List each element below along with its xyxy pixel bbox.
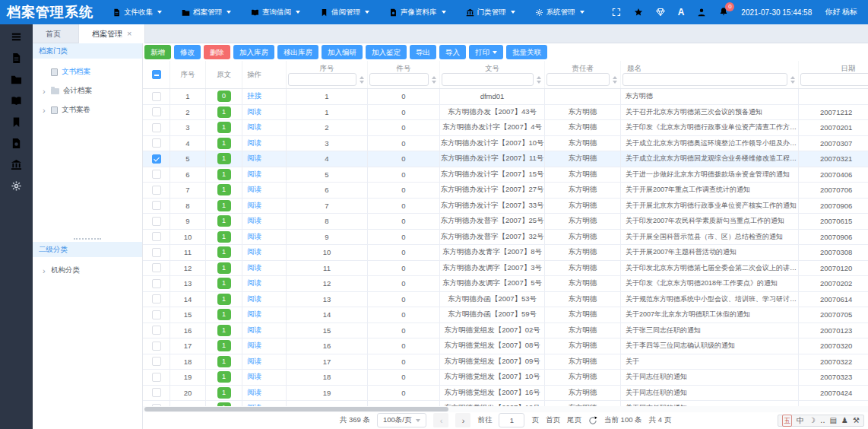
- toolbar-button[interactable]: 新增: [144, 45, 171, 59]
- notifications-bell[interactable]: 0: [719, 7, 728, 17]
- panel-resize-handle[interactable]: [74, 238, 101, 240]
- table-row[interactable]: 12 1 阅读 11 0 东方明德办发调字【2007】3号 东方明德 关于印发北…: [143, 261, 868, 277]
- chinese-mode-icon[interactable]: 中: [797, 415, 804, 426]
- column-filter-input[interactable]: [369, 73, 429, 86]
- font-size-icon[interactable]: A: [678, 7, 685, 17]
- sort-asc-icon[interactable]: [613, 76, 617, 79]
- table-row[interactable]: 10 1 阅读 9 0 东方明德办发普字【2007】32号 东方明德 关于开展全…: [143, 230, 868, 246]
- row-checkbox[interactable]: [152, 232, 161, 241]
- top-menu-item[interactable]: 系统管理: [525, 0, 594, 24]
- operation-link[interactable]: 阅读: [242, 357, 261, 367]
- chevron-right-icon[interactable]: ›: [43, 106, 51, 115]
- table-row[interactable]: 14 1 阅读 13 0 东方明德办函【2007】53号 东方明德 关于规范东方…: [143, 292, 868, 308]
- table-row[interactable]: 4 1 阅读 3 0 东方明德办发计字【2007】10号 东方明德 关于成立北京…: [143, 136, 868, 152]
- operation-link[interactable]: 阅读: [242, 310, 261, 319]
- toolbar-button[interactable]: 修改: [174, 45, 201, 59]
- sort-desc-icon[interactable]: [613, 81, 617, 84]
- last-page-link[interactable]: 尾页: [567, 415, 581, 425]
- operation-link[interactable]: 阅读: [242, 201, 261, 211]
- table-row[interactable]: 2 1 阅读 1 0 东方明德办发【2007】43号 东方明德 关于召开北京东方…: [143, 105, 868, 121]
- row-checkbox[interactable]: [152, 279, 161, 288]
- column-filter-input[interactable]: [800, 73, 868, 86]
- table-row[interactable]: 11 1 阅读 10 0 东方明德办发青字【2007】8号 东方明德 关于开展2…: [143, 245, 868, 261]
- column-filter-input[interactable]: [546, 73, 610, 86]
- bookmark-icon[interactable]: [11, 116, 22, 128]
- table-row[interactable]: 16 1 阅读 15 0 东方明德党组发【2007】02号 东方明德 关于张三同…: [143, 323, 868, 339]
- bank-icon[interactable]: [11, 159, 22, 170]
- toolbar-button[interactable]: 导出: [410, 45, 436, 59]
- media-icon[interactable]: [11, 138, 22, 149]
- row-checkbox[interactable]: [152, 217, 161, 226]
- theme-gem-icon[interactable]: [656, 8, 665, 17]
- chevron-right-icon[interactable]: ›: [43, 87, 51, 96]
- half-width-icon[interactable]: ☽: [809, 415, 816, 426]
- operation-link[interactable]: 阅读: [242, 372, 261, 382]
- scrollbar-thumb[interactable]: [144, 407, 448, 412]
- operation-link[interactable]: 阅读: [242, 216, 261, 226]
- operation-link[interactable]: 阅读: [242, 326, 261, 335]
- tree-item[interactable]: › 文书案卷: [33, 100, 142, 119]
- prev-page-button[interactable]: ‹: [433, 413, 448, 427]
- row-checkbox[interactable]: [152, 201, 161, 210]
- punctuation-icon[interactable]: ‥: [820, 415, 825, 426]
- table-row[interactable]: 13 1 阅读 12 0 东方明德办发调字【2007】5号 东方明德 关于印发《…: [143, 276, 868, 292]
- top-menu-item[interactable]: 声像资料库: [379, 0, 456, 24]
- row-checkbox[interactable]: [152, 170, 161, 179]
- chevron-right-icon[interactable]: ›: [43, 266, 51, 275]
- sort-asc-icon[interactable]: [360, 76, 364, 79]
- refresh-icon[interactable]: [588, 416, 597, 425]
- horizontal-scrollbar[interactable]: [143, 406, 868, 412]
- tools-icon[interactable]: ⚒: [853, 415, 860, 426]
- sort-asc-icon[interactable]: [537, 76, 541, 79]
- operation-link[interactable]: 阅读: [242, 232, 261, 242]
- row-checkbox[interactable]: [152, 373, 161, 382]
- tree-item[interactable]: › 会计档案: [33, 81, 142, 100]
- toolbar-button[interactable]: 导入: [439, 45, 466, 59]
- operation-link[interactable]: 阅读: [242, 388, 261, 398]
- folder-icon[interactable]: [11, 74, 22, 85]
- table-row[interactable]: 8 1 阅读 7 0 东方明德办发计字【2007】33号 东方明德 关于开展北京…: [143, 199, 868, 214]
- tab[interactable]: 档案管理 ×: [79, 24, 145, 43]
- row-checkbox[interactable]: [152, 342, 161, 351]
- page-size-select[interactable]: 100条/页: [377, 413, 427, 427]
- table-row[interactable]: 6 1 阅读 5 0 东方明德办发计字【2007】15号 东方明德 关于进一步做…: [143, 167, 868, 183]
- tree-item[interactable]: 文书档案: [33, 62, 142, 81]
- table-row[interactable]: 3 1 阅读 2 0 东方明德办发计字【2007】4号 东方明德 关于印发《北京…: [143, 120, 868, 136]
- favorites-star-icon[interactable]: [634, 8, 643, 17]
- row-checkbox[interactable]: [152, 248, 161, 257]
- sort-desc-icon[interactable]: [360, 81, 364, 84]
- goto-page-input[interactable]: [499, 413, 524, 427]
- column-filter-input[interactable]: [288, 73, 356, 86]
- operation-link[interactable]: 阅读: [242, 138, 261, 148]
- column-filter-input[interactable]: [622, 73, 787, 86]
- select-all-checkbox[interactable]: [152, 70, 161, 79]
- user-mode-icon[interactable]: ♟: [841, 415, 848, 426]
- operation-link[interactable]: 阅读: [242, 263, 261, 273]
- user-icon[interactable]: [697, 8, 706, 17]
- row-checkbox[interactable]: [152, 294, 161, 303]
- next-page-button[interactable]: ›: [455, 413, 470, 427]
- row-checkbox[interactable]: [152, 310, 161, 319]
- table-row[interactable]: 21 1 阅读 20 0 东方明德党组发【2007】19号 东方明德 关于同志任…: [143, 401, 868, 406]
- table-row[interactable]: 9 1 阅读 8 0 东方明德办发普字【2007】25号 东方明德 关于印发20…: [143, 214, 868, 230]
- close-icon[interactable]: ×: [127, 24, 131, 43]
- table-row[interactable]: 5 1 阅读 4 0 东方明德办发计字【2007】11号 东方明德 关于成立北京…: [143, 151, 868, 167]
- gear-icon[interactable]: [11, 180, 22, 192]
- row-checkbox[interactable]: [152, 107, 161, 116]
- row-checkbox[interactable]: [152, 326, 161, 335]
- toolbar-button[interactable]: 批量关联: [506, 45, 547, 59]
- operation-link[interactable]: 阅读: [242, 170, 261, 180]
- operation-link[interactable]: 阅读: [242, 278, 261, 288]
- top-menu-item[interactable]: 档案管理: [172, 0, 241, 24]
- toolbar-button[interactable]: 移出库房: [277, 45, 318, 59]
- toolbar-button[interactable]: 加入编研: [322, 45, 363, 59]
- table-row[interactable]: 18 1 阅读 17 0 东方明德党组发【2007】09号 东方明德 关于 20…: [143, 354, 868, 370]
- toolbar-button[interactable]: 删除: [204, 45, 230, 59]
- table-row[interactable]: 15 1 阅读 14 0 东方明德办函【2007】59号 东方明德 关于2007…: [143, 307, 868, 323]
- toolbar-button[interactable]: 打印: [469, 45, 503, 59]
- top-menu-item[interactable]: 查询借阅: [241, 0, 310, 24]
- table-row[interactable]: 19 1 阅读 18 0 东方明德党组发【2007】10号 东方明德 关于同志任…: [143, 370, 868, 386]
- fullscreen-icon[interactable]: [612, 8, 621, 17]
- tab[interactable]: 首页: [33, 24, 79, 43]
- operation-link[interactable]: 阅读: [242, 122, 261, 132]
